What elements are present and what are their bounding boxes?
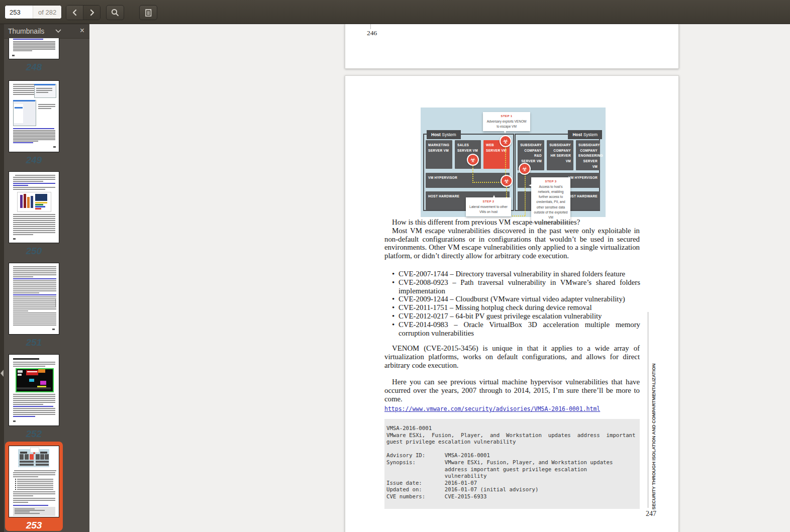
thumbnail-detail (13, 179, 55, 180)
thumbnail-detail (15, 510, 45, 511)
thumbnail-page-248[interactable]: 248 (0, 38, 68, 74)
previous-page-button[interactable] (66, 6, 83, 20)
thumbnail-page-251[interactable]: 251 (0, 263, 68, 349)
thumbnail-detail (53, 146, 56, 148)
thumbnail-detail (13, 138, 55, 139)
chevron-down-icon[interactable] (55, 29, 61, 33)
thumbnail-detail (13, 321, 56, 322)
history-paragraph: Here you can see previous virtual machin… (384, 378, 640, 403)
thumbnail-detail (15, 107, 23, 109)
thumbnail-detail (13, 135, 55, 136)
thumbnail-page-252[interactable]: 252 (0, 354, 68, 441)
thumbnail-detail (13, 404, 43, 405)
thumbnail-detail (13, 272, 56, 273)
sidebar-close-icon[interactable]: × (80, 26, 84, 36)
thumbnail-detail (13, 270, 56, 271)
thumbnail-detail (13, 308, 56, 309)
thumbnail-detail (13, 130, 55, 131)
thumbnail-detail (13, 46, 55, 47)
vm-box-marketing: MARKETING SERVER VM (426, 140, 452, 169)
thumbnail-detail (13, 228, 55, 229)
cve-bullet-item: CVE-2008-0923 – Path traversal vulnerabi… (392, 278, 640, 295)
thumbnail-detail (13, 49, 55, 50)
thumbnail-detail (13, 128, 54, 129)
next-page-button[interactable] (83, 6, 100, 20)
thumbnail-detail (38, 369, 45, 373)
thumbnail-detail (13, 284, 56, 285)
thumbnail-detail (13, 500, 55, 501)
attack-path (525, 174, 526, 216)
thumbnail-detail (35, 208, 41, 209)
thumbnail-detail (13, 187, 55, 188)
cve-bullet-list: CVE-2007-1744 – Directory traversal vuln… (392, 270, 640, 337)
biohazard-icon: ☣ (500, 135, 512, 147)
thumbnail-detail (13, 420, 16, 422)
thumbnail-detail (29, 379, 34, 382)
thumbnail-detail (36, 92, 48, 93)
search-button[interactable] (106, 5, 124, 20)
vm-box-subsidiary-hr: SUBSIDIARY COMPANY HR SERVER VM (547, 140, 573, 170)
thumbnail-detail (13, 141, 38, 142)
thumbnail-label: 248 (0, 62, 68, 74)
thumbnail-detail (38, 108, 51, 109)
thumbnail-detail (15, 511, 30, 512)
page-number-input[interactable] (5, 6, 33, 19)
attack-path (472, 164, 473, 183)
sidebar-collapse-handle[interactable] (1, 370, 4, 377)
thumbnail-label: 253 (0, 520, 68, 532)
biohazard-icon: ☣ (501, 175, 513, 187)
thumbnail-detail (38, 104, 55, 105)
annotations-button[interactable] (139, 5, 157, 20)
thumbnail-label: 250 (0, 246, 68, 258)
thumbnail-detail (13, 226, 55, 227)
document-view[interactable]: 246 Host System Host System MARKETING SE… (89, 24, 790, 532)
thumbnail-page-253[interactable]: 253 (0, 446, 68, 532)
thumbnail-detail (13, 364, 55, 365)
thumbnail-detail (13, 493, 55, 494)
thumbnail-detail (40, 452, 47, 454)
thumbnail-detail (30, 454, 34, 460)
thumbnail-label: 252 (0, 429, 68, 441)
sidebar-title[interactable]: Thumbnails (8, 27, 44, 35)
thumbnail-detail (13, 366, 45, 367)
advisory-link[interactable]: https://www.vmware.com/security/advisori… (384, 405, 600, 412)
vm-hypervisor-left: VM HYPERVISOR (426, 173, 510, 188)
thumbnail-detail (18, 370, 23, 373)
thumbnail-page-249[interactable]: 249 (0, 80, 68, 167)
cve-bullet-item: CVE-2009-1244 – Cloudburst (VMware virtu… (392, 295, 640, 303)
thumbnail-detail (13, 298, 56, 299)
thumbnail-detail (17, 481, 53, 482)
thumbnail-detail (13, 505, 48, 506)
thumbnail-detail (13, 325, 56, 326)
thumbnail-detail (13, 88, 34, 89)
thumbnail-detail (13, 472, 55, 473)
thumbnail-detail (13, 476, 38, 477)
thumbnail-detail (17, 485, 53, 486)
thumbnail-detail (13, 43, 55, 44)
thumbnail-detail (13, 282, 56, 283)
thumbnail-detail (36, 90, 52, 91)
page-246-number: 246 (367, 29, 377, 37)
thumbnail-page-250[interactable]: 250 (0, 171, 68, 258)
thumbnail-detail (13, 86, 34, 87)
thumbnail-detail (13, 132, 55, 133)
thumbnail-detail (15, 481, 16, 482)
thumbnail-detail (13, 238, 16, 240)
thumbnail-detail (13, 47, 55, 48)
thumbnail-detail (14, 470, 56, 471)
thumbnail-detail (13, 318, 56, 320)
venom-paragraph: VENOM (CVE-2015-3456) is unique in that … (384, 344, 640, 369)
thumbnail-detail (27, 371, 37, 372)
pdf-viewer-window: of 282 (0, 0, 790, 532)
thumbnail-detail (34, 84, 55, 85)
thumbnail-detail (17, 479, 53, 480)
thumbnail-detail (27, 197, 30, 208)
page-total-label: of 282 (33, 6, 61, 19)
thumbnail-detail (13, 398, 55, 399)
thumbnails-list[interactable]: 248249250251252253 (0, 38, 89, 532)
thumbnail-detail (13, 133, 55, 134)
thumbnail-image (9, 171, 59, 243)
thumbnail-detail (55, 298, 56, 306)
thumbnail-detail (45, 454, 49, 460)
thumbnail-image (9, 38, 59, 59)
